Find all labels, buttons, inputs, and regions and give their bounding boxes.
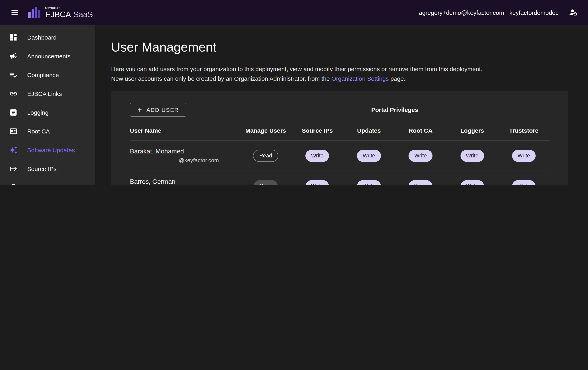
brand-suffix-label: SaaS: [73, 10, 93, 19]
sidebar-item-root-ca[interactable]: Root CA: [0, 122, 95, 141]
privilege-pill-write[interactable]: Write: [409, 180, 432, 185]
help-icon: [9, 183, 18, 185]
main-content: User Management Here you can add users f…: [95, 25, 588, 185]
user-email: @keyfactor.com: [130, 157, 240, 164]
sidebar-item-label: Source IPs: [27, 165, 57, 172]
portal-privileges-header: Portal Privileges: [240, 106, 550, 113]
account-settings-button[interactable]: [567, 6, 579, 18]
panel-header: + ADD USER Portal Privileges: [130, 103, 550, 117]
table-row: Barros, German @keyfactor.com NoneWriteW…: [130, 171, 550, 185]
plus-icon: +: [137, 106, 142, 113]
sidebar-item-label: Announcements: [27, 53, 71, 60]
sidebar-item-support[interactable]: Support: [0, 178, 95, 185]
brand: Keyfactor EJBCA SaaS: [28, 5, 93, 20]
brand-keyfactor-label: Keyfactor: [45, 6, 93, 9]
sidebar-item-source-ips[interactable]: Source IPs: [0, 159, 95, 178]
description-line2-prefix: New user accounts can only be created by…: [111, 75, 331, 82]
add-user-cell: + ADD USER: [130, 103, 240, 117]
add-user-button[interactable]: + ADD USER: [130, 103, 187, 117]
dashboard-icon: [9, 33, 18, 41]
user-name: Barakat, Mohamed: [130, 148, 240, 155]
sidebar-item-software-updates[interactable]: Software Updates: [0, 141, 95, 159]
column-header-loggers: Loggers: [446, 127, 498, 134]
add-user-label: ADD USER: [146, 106, 179, 113]
column-header-user-name: User Name: [130, 127, 240, 134]
privilege-cell: Write: [446, 150, 498, 162]
topbar: Keyfactor EJBCA SaaS agregory+demo@keyfa…: [0, 0, 588, 25]
privilege-cell: Write: [498, 150, 550, 162]
privilege-pill-none[interactable]: None: [254, 180, 278, 185]
privilege-cell: Write: [291, 150, 343, 162]
organization-settings-link[interactable]: Organization Settings: [331, 75, 389, 82]
column-header-truststore: Truststore: [498, 127, 550, 134]
privilege-pill-write[interactable]: Write: [305, 150, 329, 162]
privilege-pill-write[interactable]: Write: [357, 180, 381, 185]
column-header-root-ca: Root CA: [395, 127, 446, 134]
privilege-pill-write[interactable]: Write: [357, 150, 381, 162]
privilege-pill-read[interactable]: Read: [253, 150, 278, 162]
chain-link-icon: [9, 90, 18, 98]
column-header-updates: Updates: [343, 127, 395, 134]
sidebar-item-ejbca-links[interactable]: EJBCA Links: [0, 84, 95, 103]
privilege-cell: Write: [291, 180, 343, 185]
megaphone-icon: [9, 52, 18, 60]
topbar-right: agregory+demo@keyfactor.com - keyfactord…: [419, 6, 579, 18]
description-line2-suffix: page.: [389, 75, 405, 82]
account-text: agregory+demo@keyfactor.com - keyfactord…: [419, 9, 558, 16]
privilege-cell: Write: [343, 150, 395, 162]
user-cell: Barakat, Mohamed @keyfactor.com: [130, 148, 240, 164]
privilege-cell: Write: [395, 180, 446, 185]
privilege-cell: Read: [240, 150, 291, 162]
table-body: Barakat, Mohamed @keyfactor.com ReadWrit…: [130, 141, 550, 185]
privilege-pill-write[interactable]: Write: [409, 150, 432, 162]
privilege-pill-write[interactable]: Write: [460, 180, 484, 185]
brand-product-label: EJBCA: [45, 10, 71, 19]
sidebar-item-announcements[interactable]: Announcements: [0, 47, 95, 65]
page-title: User Management: [111, 40, 568, 55]
description-line1: Here you can add users from your organiz…: [111, 65, 483, 72]
privilege-pill-write[interactable]: Write: [460, 150, 484, 162]
sidebar-item-label: Logging: [27, 109, 49, 116]
sidebar-item-label: Dashboard: [27, 34, 57, 41]
brand-text: Keyfactor EJBCA SaaS: [45, 6, 93, 19]
privilege-pill-write[interactable]: Write: [512, 150, 536, 162]
privilege-cell: Write: [446, 180, 498, 185]
sidebar-item-label: EJBCA Links: [27, 90, 62, 97]
hamburger-icon: [10, 8, 19, 17]
privilege-cell: None: [240, 180, 291, 185]
manage-accounts-icon: [569, 8, 578, 17]
privilege-pill-write[interactable]: Write: [305, 180, 329, 185]
sidebar-item-logging[interactable]: Logging: [0, 103, 95, 122]
app-root: Keyfactor EJBCA SaaS agregory+demo@keyfa…: [0, 0, 588, 185]
user-table-panel: + ADD USER Portal Privileges User Name M…: [111, 91, 568, 185]
user-cell: Barros, German @keyfactor.com: [130, 178, 240, 185]
column-header-source-ips: Source IPs: [291, 127, 343, 134]
sidebar-item-label: Support: [27, 184, 48, 185]
page-description: Here you can add users from your organiz…: [111, 64, 551, 83]
privilege-cell: Write: [498, 180, 550, 185]
column-header-manage-users: Manage Users: [240, 127, 291, 134]
sidebar-item-label: Root CA: [27, 128, 50, 135]
user-name: Barros, German: [130, 178, 240, 185]
privilege-cell: Write: [395, 150, 446, 162]
checklist-icon: [9, 71, 18, 79]
sidebar-item-dashboard[interactable]: Dashboard: [0, 28, 95, 47]
sidebar-item-compliance[interactable]: Compliance: [0, 65, 95, 84]
arrow-start-icon: [9, 165, 18, 173]
id-card-icon: [9, 127, 18, 135]
menu-button[interactable]: [9, 6, 21, 18]
log-book-icon: [9, 108, 18, 117]
sidebar-item-label: Compliance: [27, 72, 59, 78]
keyfactor-logo: [28, 5, 42, 20]
table-row: Barakat, Mohamed @keyfactor.com ReadWrit…: [130, 141, 550, 171]
sidebar-item-label: Software Updates: [27, 147, 75, 154]
privilege-pill-write[interactable]: Write: [512, 180, 536, 185]
sidebar: Dashboard Announcements Compliance EJBCA…: [0, 25, 95, 185]
privilege-cell: Write: [343, 180, 395, 185]
table-header: User Name Manage Users Source IPs Update…: [130, 127, 550, 141]
sparkles-icon: [9, 146, 18, 154]
